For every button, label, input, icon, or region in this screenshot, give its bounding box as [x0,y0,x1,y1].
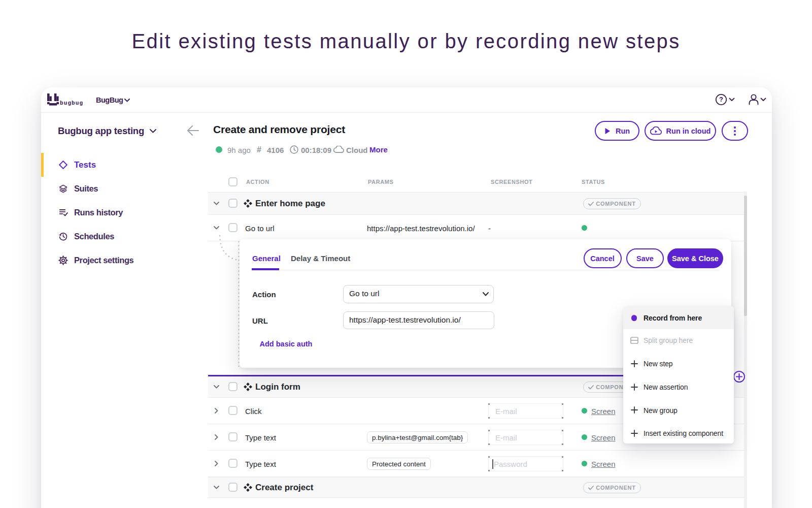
svg-text:?: ? [719,96,723,103]
